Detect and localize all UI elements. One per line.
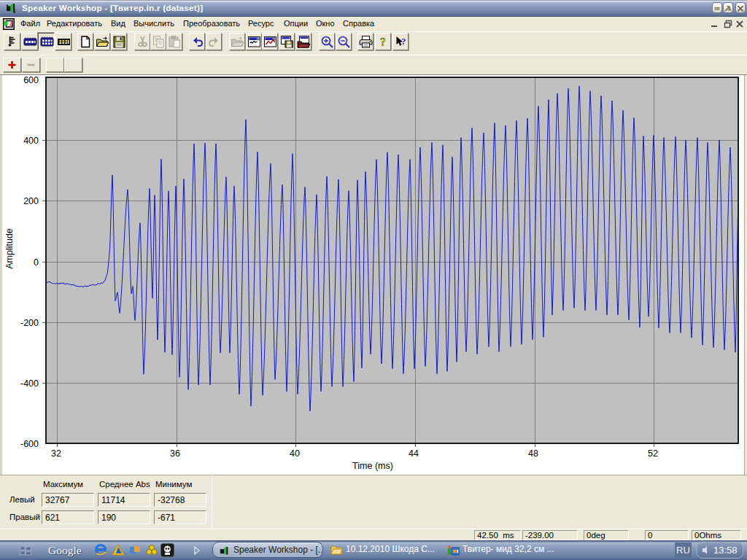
svg-text:?: ? (401, 36, 406, 47)
svg-text:?: ? (380, 36, 386, 48)
